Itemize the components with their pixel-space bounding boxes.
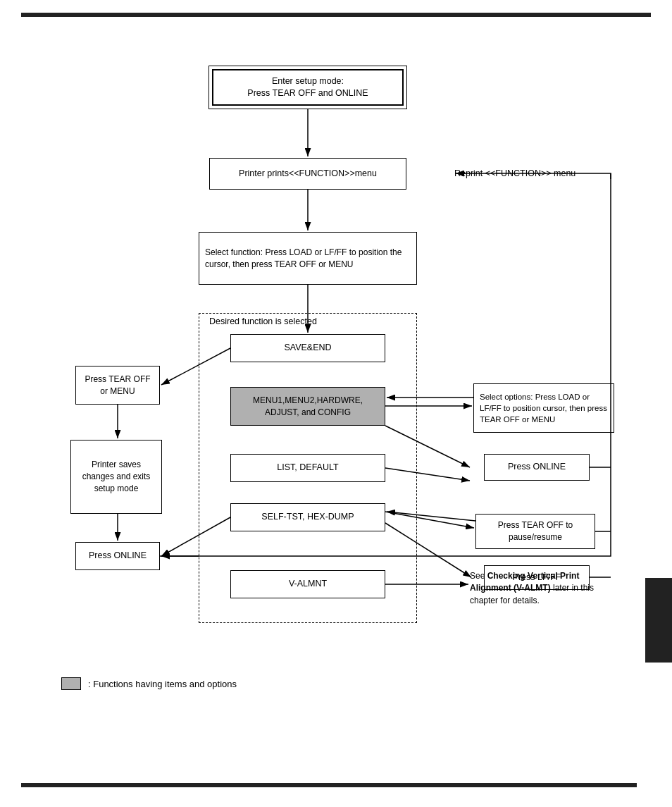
legend-text: : Functions having items and options xyxy=(88,679,237,689)
v-almnt-note: See Checking Vertical Print Alignment (V… xyxy=(470,570,607,607)
reprint-label: Reprint <<FUNCTION>> menu xyxy=(454,168,575,178)
legend-area: : Functions having items and options xyxy=(61,677,237,690)
select-options-box: Select options: Press LOAD or LF/FF to p… xyxy=(473,383,614,433)
right-black-block xyxy=(645,578,672,663)
diagram-area: Enter setup mode: Press TEAR OFF and ONL… xyxy=(19,38,653,729)
self-tst-box: SELF-TST, HEX-DUMP xyxy=(230,503,385,531)
save-end-box: SAVE&END xyxy=(230,334,385,362)
desired-function-label: Desired function is selected xyxy=(209,316,317,326)
bottom-bar xyxy=(21,783,637,787)
menu-hardware-box: MENU1,MENU2,HARDWRE, ADJUST, and CONFIG xyxy=(230,387,385,426)
press-online-left-box: Press ONLINE xyxy=(75,542,160,570)
top-bar xyxy=(21,13,651,17)
press-online-right-box: Press ONLINE xyxy=(484,454,590,481)
select-function-box: Select function: Press LOAD or LF/FF to … xyxy=(199,232,417,285)
enter-setup-box: Enter setup mode: Press TEAR OFF and ONL… xyxy=(209,66,406,109)
printer-saves-box: Printer saves changes and exits setup mo… xyxy=(70,440,162,514)
press-tear-off-box: Press TEAR OFF or MENU xyxy=(75,366,160,405)
press-tear-off-pause-box: Press TEAR OFF to pause/resume xyxy=(475,514,595,549)
v-almnt-box: V-ALMNT xyxy=(230,570,385,598)
printer-prints-box: Printer prints<<FUNCTION>>menu xyxy=(209,158,406,190)
list-default-box: LIST, DEFAULT xyxy=(230,454,385,482)
legend-gray-box xyxy=(61,677,81,690)
